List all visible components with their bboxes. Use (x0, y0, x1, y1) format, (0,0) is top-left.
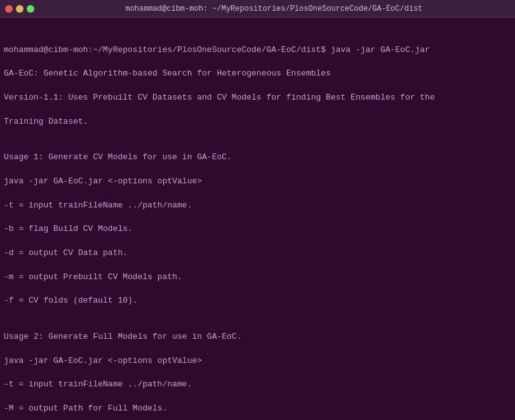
close-button[interactable] (5, 5, 13, 13)
terminal-line: GA-EoC: Genetic Algorithm-based Search f… (4, 68, 511, 80)
terminal-line: java -jar GA-EoC.jar <-options optValue> (4, 176, 511, 188)
terminal-line: -t = input trainFileName ../path/name. (4, 379, 511, 391)
terminal-line: -b = flag Build CV Models. (4, 223, 511, 235)
terminal-line: -d = output CV Data path. (4, 247, 511, 259)
terminal-line: Usage 2: Generate Full Models for use in… (4, 331, 511, 343)
terminal-line: -M = output Path for Full Models. (4, 403, 511, 415)
terminal-line: -f = CV folds (default 10). (4, 295, 511, 307)
terminal-line: Version-1.1: Uses Prebuilt CV Datasets a… (4, 92, 511, 104)
terminal-line: -t = input trainFileName ../path/name. (4, 200, 511, 212)
maximize-button[interactable] (27, 5, 34, 13)
terminal-line: Training Dataset. (4, 116, 511, 128)
traffic-lights (5, 5, 34, 13)
terminal-line: mohammad@cibm-moh:~/MyRepositories/PlosO… (4, 44, 511, 56)
terminal-line: Usage 1: Generate CV Models for use in G… (4, 152, 511, 164)
terminal-body[interactable]: mohammad@cibm-moh:~/MyRepositories/PlosO… (0, 18, 515, 420)
window-title: mohammad@cibm-moh: ~/MyRepositories/Plos… (38, 4, 510, 13)
terminal-line: java -jar GA-EoC.jar <-options optValue> (4, 355, 511, 367)
title-bar: mohammad@cibm-moh: ~/MyRepositories/Plos… (0, 0, 515, 18)
terminal-line: -m = output Prebuilt CV Models path. (4, 272, 511, 284)
minimize-button[interactable] (16, 5, 23, 13)
window: mohammad@cibm-moh: ~/MyRepositories/Plos… (0, 0, 515, 420)
